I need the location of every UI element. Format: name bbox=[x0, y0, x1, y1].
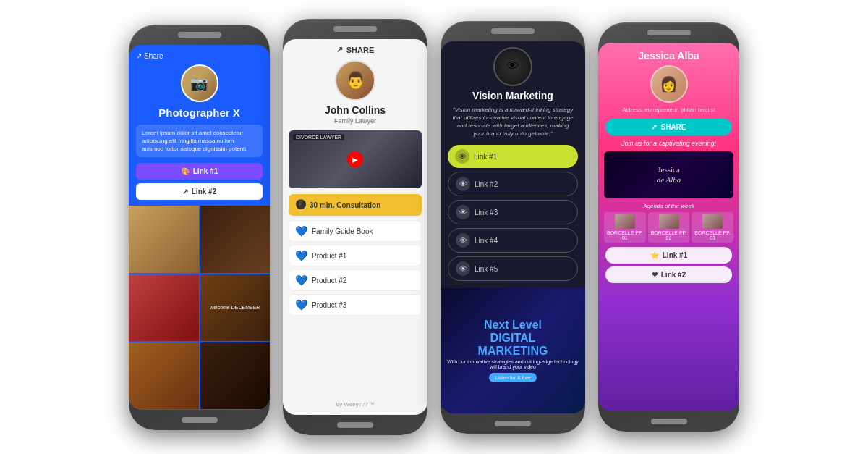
p4-agenda: BORCELLE PP. 01 BORCELLE PP. 02 BORCELLE… bbox=[604, 212, 733, 243]
p4-event-banner: Jessicade Alba bbox=[604, 151, 733, 198]
p4-link2-button[interactable]: ❤ Link #2 bbox=[605, 266, 732, 283]
p2-avatar: 👨 bbox=[335, 60, 375, 101]
photographer-phone: ↗ Share 📷 Photographer X Lorem ipsum dol… bbox=[129, 25, 270, 430]
p3-link-3[interactable]: 👁 Link #3 bbox=[448, 200, 578, 224]
p2-share-icon: ↗ bbox=[336, 45, 343, 54]
p2-share-text: SHARE bbox=[346, 46, 375, 54]
p4-role: Actress, entrepreneur, philanthropist bbox=[615, 106, 723, 113]
p1-avatar: 📷 bbox=[181, 64, 218, 102]
p3-link-4-label: Link #4 bbox=[475, 237, 498, 245]
p3-banner-sub: With our innovative strategies and cutti… bbox=[446, 359, 579, 369]
p4-agenda-img-3 bbox=[702, 214, 723, 229]
p1-title: Photographer X bbox=[158, 106, 240, 119]
p4-agenda-card-2: BORCELLE PP. 02 bbox=[648, 212, 690, 243]
p2-item-2-label: Product #2 bbox=[312, 277, 346, 285]
p3-avatar: 👁 bbox=[493, 47, 532, 86]
phones-container: ↗ Share 📷 Photographer X Lorem ipsum dol… bbox=[0, 0, 868, 454]
p3-link-4-icon: 👁 bbox=[456, 233, 470, 248]
p2-item-1-icon: 💙 bbox=[295, 250, 307, 261]
p3-quote: "Vision marketing is a forward-thinking … bbox=[451, 106, 575, 138]
p3-link-2-icon: 👁 bbox=[456, 177, 470, 191]
p2-cta-button[interactable]: 🅟 30 min. Consultation bbox=[289, 194, 422, 216]
p2-item-3-icon: 💙 bbox=[295, 299, 307, 311]
p3-banner-title: Next LevelDIGITALMARKETING bbox=[478, 319, 548, 357]
jessica-phone: Jessica Alba 👩 Actress, entrepreneur, ph… bbox=[598, 22, 739, 432]
p4-share-label: SHARE bbox=[660, 123, 686, 131]
p4-agenda-img-1 bbox=[615, 214, 635, 229]
p3-banner-button[interactable]: Listen for & free bbox=[489, 373, 536, 382]
p4-link2-label: Link #2 bbox=[661, 271, 686, 279]
p2-item-0-icon: 💙 bbox=[295, 225, 307, 237]
phone4-screen: Jessica Alba 👩 Actress, entrepreneur, ph… bbox=[598, 43, 739, 411]
p4-agenda-label: Agenda of the week bbox=[643, 203, 694, 209]
p1-link2-button[interactable]: ↗ Link #2 bbox=[136, 183, 263, 200]
p4-agenda-card-3-label: BORCELLE PP. 03 bbox=[693, 230, 732, 240]
p2-role: Family Lawyer bbox=[334, 117, 376, 125]
p3-link-5[interactable]: 👁 Link #5 bbox=[448, 256, 578, 281]
p2-video[interactable]: DIVORCE LAWYER ▶ bbox=[289, 130, 422, 188]
p1-grid-cell-5 bbox=[129, 342, 199, 409]
p4-link1-button[interactable]: ⭐ Link #1 bbox=[605, 247, 732, 264]
p3-link-1-icon: 👁 bbox=[455, 149, 469, 164]
p4-link1-icon: ⭐ bbox=[650, 251, 659, 259]
p1-link2-label: Link #2 bbox=[192, 188, 216, 196]
grid-label: welcome DECEMBER bbox=[207, 301, 263, 314]
p1-grid-cell-4: welcome DECEMBER bbox=[200, 274, 271, 341]
p1-description: Lorem ipsum dolor sit amet consectetur a… bbox=[136, 125, 263, 158]
p4-agenda-card-1-label: BORCELLE PP. 01 bbox=[605, 230, 644, 240]
p1-link1-button[interactable]: 🎨 Link #1 bbox=[136, 163, 263, 180]
p2-share-bar: ↗ SHARE bbox=[283, 45, 427, 54]
p2-play-button[interactable]: ▶ bbox=[347, 151, 363, 167]
p4-avatar: 👩 bbox=[650, 65, 688, 103]
p1-share-text: Share bbox=[144, 52, 163, 60]
phone1-screen: ↗ Share 📷 Photographer X Lorem ipsum dol… bbox=[129, 45, 270, 410]
vision-phone: 👁 Vision Marketing "Vision marketing is … bbox=[441, 21, 585, 434]
p4-share-icon: ↗ bbox=[651, 123, 657, 131]
phone2-screen: ↗ SHARE 👨 John Collins Family Lawyer DIV… bbox=[283, 39, 427, 415]
p2-name: John Collins bbox=[325, 104, 386, 116]
p2-item-3[interactable]: 💙 Product #3 bbox=[289, 294, 422, 316]
p1-grid-cell-3 bbox=[129, 274, 199, 341]
p4-share-button[interactable]: ↗ SHARE bbox=[605, 119, 732, 135]
p4-link2-icon: ❤ bbox=[652, 271, 658, 279]
p3-link-2[interactable]: 👁 Link #2 bbox=[448, 172, 578, 196]
p4-agenda-card-2-label: BORCELLE PP. 02 bbox=[650, 230, 689, 240]
p3-title: Vision Marketing bbox=[472, 90, 553, 101]
p1-grid-cell-2 bbox=[200, 206, 271, 272]
p1-grid-cell-6 bbox=[200, 342, 271, 409]
p2-cta-label: 30 min. Consultation bbox=[310, 201, 380, 209]
p2-item-1[interactable]: 💙 Product #1 bbox=[289, 245, 422, 266]
p4-agenda-img-2 bbox=[659, 214, 679, 229]
p3-link-3-label: Link #3 bbox=[475, 209, 498, 217]
p2-item-0-label: Family Guide Book bbox=[312, 227, 373, 235]
p3-link-3-icon: 👁 bbox=[456, 205, 470, 219]
p2-video-label: DIVORCE LAWYER bbox=[293, 134, 344, 140]
lawyer-phone: ↗ SHARE 👨 John Collins Family Lawyer DIV… bbox=[283, 19, 427, 435]
p1-link1-icon: 🎨 bbox=[181, 167, 190, 175]
p1-share-bar: ↗ Share bbox=[129, 52, 163, 60]
p3-link-2-label: Link #2 bbox=[475, 180, 498, 188]
p3-link-5-icon: 👁 bbox=[456, 261, 470, 276]
p2-cta-icon: 🅟 bbox=[296, 199, 306, 211]
p4-agenda-card-1: BORCELLE PP. 01 bbox=[604, 212, 646, 243]
p3-banner: Next LevelDIGITALMARKETING With our inno… bbox=[441, 288, 585, 413]
p2-item-0[interactable]: 💙 Family Guide Book bbox=[289, 220, 422, 242]
p1-photo-grid: welcome DECEMBER bbox=[129, 206, 270, 409]
p1-link2-icon: ↗ bbox=[182, 188, 188, 196]
p2-item-1-label: Product #1 bbox=[312, 252, 346, 260]
p4-event-title: Jessicade Alba bbox=[657, 165, 681, 184]
p3-link-4[interactable]: 👁 Link #4 bbox=[448, 228, 578, 253]
phone3-screen: 👁 Vision Marketing "Vision marketing is … bbox=[441, 41, 585, 413]
p4-name: Jessica Alba bbox=[638, 50, 699, 62]
p2-footer: by Weby777™ bbox=[336, 398, 374, 411]
p1-link1-label: Link #1 bbox=[193, 167, 218, 175]
p4-link1-label: Link #1 bbox=[663, 251, 687, 259]
p4-join-text: Join us for a captivating evening! bbox=[621, 140, 716, 147]
p3-link-5-label: Link #5 bbox=[475, 265, 498, 273]
p1-grid-cell-1 bbox=[129, 206, 199, 272]
p3-link-1-label: Link #1 bbox=[474, 153, 497, 161]
p2-item-2[interactable]: 💙 Product #2 bbox=[289, 269, 422, 291]
share-icon: ↗ bbox=[136, 52, 142, 60]
p3-link-1[interactable]: 👁 Link #1 bbox=[448, 145, 578, 168]
p4-agenda-card-3: BORCELLE PP. 03 bbox=[692, 212, 733, 243]
